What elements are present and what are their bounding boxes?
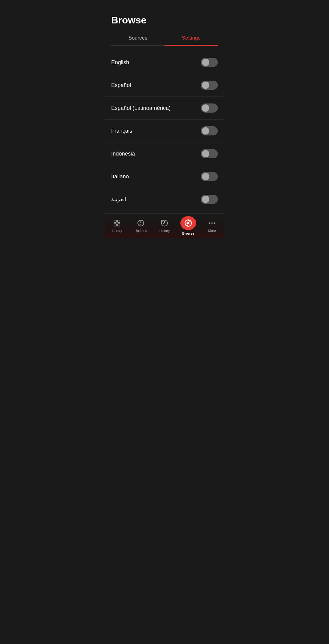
nav-item-browse[interactable]: Browse [176,214,200,238]
setting-label-francais: Français [111,128,132,134]
toggle-arabic[interactable] [201,195,218,204]
setting-label-indonesia: Indonesia [111,151,135,157]
toggle-indonesia-thumb [202,150,209,157]
tab-sources[interactable]: Sources [111,31,164,45]
svg-point-15 [209,222,210,224]
toggle-espanol-latin-thumb [202,104,209,112]
nav-item-more[interactable]: More [200,214,224,238]
tab-settings[interactable]: Settings [164,31,218,45]
nav-label-more: More [208,229,216,233]
nav-item-library[interactable]: Library [105,214,129,238]
toggle-espanol[interactable] [201,81,218,90]
nav-label-library: Library [112,229,122,233]
nav-label-browse: Browse [182,232,194,235]
setting-label-italiano: Italiano [111,173,129,180]
toggle-indonesia[interactable] [201,149,218,158]
setting-item-english: English [105,51,224,74]
history-icon [160,219,169,227]
toggle-english[interactable] [201,58,218,67]
toggle-arabic-thumb [202,196,209,203]
more-icon [208,219,216,227]
updates-icon [136,219,145,227]
setting-label-english: English [111,59,129,66]
toggle-italiano-thumb [202,173,209,180]
toggle-english-thumb [202,59,209,66]
toggle-italiano[interactable] [201,172,218,181]
nav-item-history[interactable]: History [153,214,176,238]
nav-item-updates[interactable]: Updates [129,214,153,238]
bottom-nav: Library Updates History [105,213,224,238]
setting-item-italiano: Italiano [105,165,224,188]
setting-label-espanol: Español [111,82,131,89]
svg-rect-3 [118,224,120,226]
svg-rect-2 [118,220,120,222]
library-icon [113,219,121,227]
setting-item-francais: Français [105,120,224,142]
svg-rect-1 [114,224,116,226]
header: Browse Sources Settings [105,0,224,49]
toggle-espanol-thumb [202,82,209,89]
setting-label-espanol-latin: Español (Latinoamérica) [111,105,171,111]
nav-label-updates: Updates [135,229,147,233]
setting-item-arabic: العربية [105,188,224,211]
browse-bubble [180,216,196,230]
svg-point-17 [214,222,215,224]
tabs-bar: Sources Settings [111,31,218,46]
nav-label-history: History [159,229,170,233]
setting-label-arabic: العربية [111,196,126,203]
svg-rect-0 [114,220,116,222]
toggle-francais[interactable] [201,126,218,135]
setting-item-espanol: Español [105,74,224,97]
setting-item-espanol-latin: Español (Latinoamérica) [105,97,224,120]
setting-item-indonesia: Indonesia [105,142,224,165]
svg-point-16 [211,222,213,224]
page-title: Browse [111,15,218,26]
toggle-francais-thumb [202,127,209,135]
settings-list: English Español Español (Latinoamérica) … [105,49,224,213]
toggle-espanol-latin[interactable] [201,103,218,113]
